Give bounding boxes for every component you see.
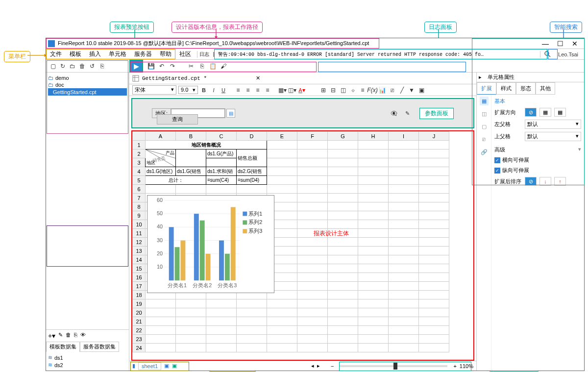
sheet-tab[interactable]: sheet1 (138, 362, 161, 370)
ds-tab[interactable]: 模板数据集 (46, 342, 80, 352)
preview-button[interactable]: ▶ (129, 60, 143, 73)
preview-dataset-icon[interactable]: 👁 (80, 332, 86, 340)
prop-basic-icon[interactable]: ▦ (480, 97, 489, 105)
embedded-chart[interactable]: 102030405060分类名1分类名2分类名3系列1系列2系列3 (147, 195, 274, 293)
grid-area[interactable]: ABCDEFGHIJ1地区销售概况2产品销售员地区ds1.G(产品)销售总额34… (131, 130, 474, 361)
close-button[interactable]: ✕ (567, 40, 582, 48)
group-icon[interactable]: ▣ (417, 86, 425, 94)
scroll-right-icon[interactable]: ▸ (317, 363, 320, 369)
query-button[interactable]: 查询 (157, 114, 198, 124)
add-dataset-icon[interactable]: +▾ (48, 332, 55, 340)
bgcolor-icon[interactable]: ◫▾ (288, 86, 296, 94)
save-icon[interactable]: 💾 (147, 62, 155, 70)
unmerge-icon[interactable]: ⊟ (329, 86, 337, 94)
float-icon[interactable]: ≡ (359, 86, 367, 94)
fx-icon[interactable]: F(x) (368, 86, 376, 94)
prop-tab[interactable]: 样式 (496, 82, 516, 95)
prop-attr-icon[interactable]: ⎚ (480, 135, 489, 144)
param-dropdown-icon[interactable]: ▤ (226, 109, 235, 118)
up-parent-select[interactable]: 默认▾ (525, 132, 581, 141)
ds-tab[interactable]: 服务器数据集 (80, 342, 119, 352)
expand-none-button[interactable]: ⊘ (525, 108, 537, 117)
underline-icon[interactable]: U (220, 86, 227, 94)
tree-item[interactable]: ▮GettingStarted.cpt (48, 88, 127, 96)
menu-item[interactable]: 单元格 (105, 50, 130, 58)
textcolor-icon[interactable]: A▾ (298, 86, 306, 94)
sort-asc-button[interactable]: ↓ (539, 177, 551, 186)
minimize-button[interactable]: — (538, 40, 553, 48)
redo-icon[interactable]: ↷ (169, 62, 176, 70)
zoom-in-icon[interactable]: + (453, 363, 456, 369)
copy-dataset-icon[interactable]: ⎘ (74, 332, 77, 340)
valign-icon[interactable]: ≡ (264, 86, 271, 94)
sheet-arrange-icon[interactable]: ▣ (172, 363, 177, 369)
dataset-item[interactable]: ≋ ds2 (48, 361, 127, 369)
hide-icon[interactable]: 👁‍🗨 (391, 110, 397, 117)
menu-item[interactable]: 模板 (66, 50, 85, 58)
format-icon[interactable]: ⟐ (349, 86, 357, 94)
sheet-add-icon[interactable]: ▮ (132, 363, 135, 369)
menu-item[interactable]: 社区 (175, 50, 195, 58)
menu-item[interactable]: 文件 (46, 50, 66, 58)
scroll-left-icon[interactable]: ◂ (311, 363, 314, 369)
align-right-icon[interactable]: ≡ (254, 86, 262, 94)
menu-item[interactable]: 帮助 (156, 50, 175, 58)
h-extend-check[interactable]: ✓ (494, 157, 500, 163)
prop-other-icon[interactable]: ▢ (480, 122, 489, 131)
cell-style-icon[interactable]: ◫ (339, 86, 347, 94)
menu-item[interactable]: 插入 (85, 50, 105, 58)
maximize-button[interactable]: ☐ (553, 40, 567, 48)
prop-tab[interactable]: 形态 (516, 82, 536, 95)
dataset-item[interactable]: ≋ ds1 (48, 354, 127, 361)
sheet-menu-icon[interactable]: ▣ (164, 363, 169, 369)
menu-item[interactable]: 服务器 (130, 50, 156, 58)
align-left-icon[interactable]: ≡ (234, 86, 242, 94)
folder-icon[interactable]: 🗀 (69, 62, 76, 70)
sort-none-button[interactable]: ⊘ (525, 177, 537, 186)
fontsize-selector[interactable]: 9.0▾ (178, 86, 198, 94)
new-icon[interactable]: ▢ (49, 62, 57, 70)
align-center-icon[interactable]: ≡ (244, 86, 252, 94)
doc-close-icon[interactable]: ✕ (256, 75, 260, 81)
refresh-icon[interactable]: ↺ (88, 62, 96, 70)
merge-icon[interactable]: ⊞ (319, 86, 327, 94)
paste-icon[interactable]: 📋 (209, 62, 217, 70)
delete-icon[interactable]: 🗑 (78, 62, 86, 70)
open-icon[interactable]: ↻ (59, 62, 67, 70)
sort-desc-button[interactable]: ↑ (554, 177, 566, 186)
log-panel[interactable]: 日志 | 警告:09:04:00 bbs-dlg-thread-0 ERROR … (197, 51, 540, 58)
prop-link-icon[interactable]: 🔗 (480, 148, 489, 156)
left-parent-select[interactable]: 默认▾ (525, 120, 581, 129)
current-user[interactable]: Leo.Tsai (552, 51, 584, 57)
advanced-section[interactable]: 高级 (494, 146, 505, 153)
expand-v-button[interactable]: ▦ (554, 108, 566, 117)
bold-icon[interactable]: B (200, 86, 208, 94)
zoom-out-icon[interactable]: − (331, 363, 334, 369)
tree-item[interactable]: 🗀doc (48, 81, 127, 88)
prop-tab[interactable]: 其他 (536, 82, 555, 95)
cut-icon[interactable]: ✂ (187, 62, 195, 70)
parameter-panel[interactable]: 地区: ▤ 查询 👁‍🗨 ✎ 参数面板 (131, 98, 474, 128)
locate-icon[interactable]: ⎘ (98, 62, 106, 70)
expand-h-button[interactable]: ▦ (539, 108, 551, 117)
copy-icon[interactable]: ⎘ (198, 62, 206, 70)
chart-icon[interactable]: 📊 (378, 86, 386, 94)
report-file-tree[interactable]: 🗀demo🗀doc▮GettingStarted.cpt (46, 73, 129, 329)
border-icon[interactable]: ▦▾ (278, 86, 286, 94)
filter-icon[interactable]: ▼ (408, 86, 416, 94)
prop-tab[interactable]: 扩展 (477, 82, 496, 95)
v-extend-check[interactable]: ✓ (494, 168, 500, 174)
prop-bounds-icon[interactable]: ◫ (480, 109, 489, 118)
zoom-slider[interactable] (340, 365, 447, 367)
undo-icon[interactable]: ↶ (158, 62, 166, 70)
edit-dataset-icon[interactable]: ✎ (58, 332, 63, 340)
font-selector[interactable]: 宋体▾ (132, 85, 176, 95)
delete-dataset-icon[interactable]: 🗑 (66, 332, 71, 340)
para-icon[interactable]: ⎚ (388, 86, 396, 94)
search-button[interactable] (542, 50, 552, 58)
edit-icon[interactable]: ✎ (405, 110, 410, 117)
collapse-icon[interactable]: ▸ (477, 74, 484, 80)
tree-item[interactable]: 🗀demo (48, 74, 127, 81)
doc-tab[interactable]: GettingStarted.cpt * (142, 75, 207, 81)
italic-icon[interactable]: I (210, 86, 218, 94)
